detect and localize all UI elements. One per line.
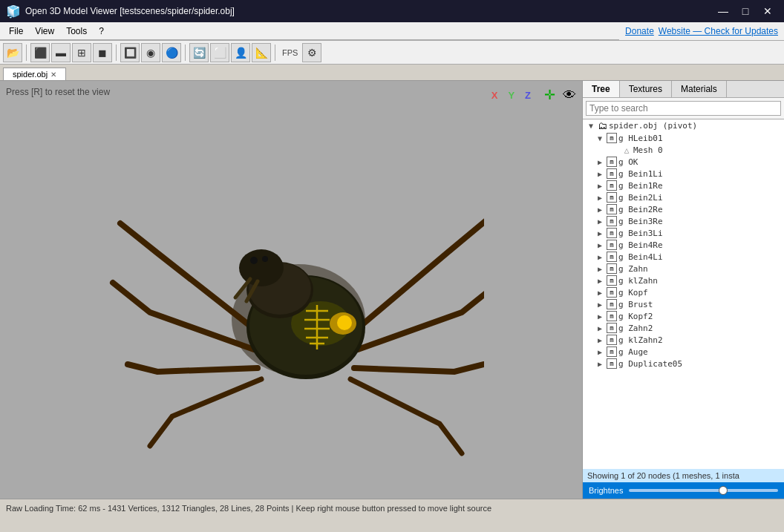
- smooth-button[interactable]: ◉: [141, 43, 160, 62]
- tree-node-dup05[interactable]: ▶ m g Duplicate05: [583, 358, 784, 370]
- tree-toggle[interactable]: ▶: [595, 241, 605, 249]
- tree-toggle[interactable]: ▶: [595, 206, 605, 214]
- tree-toggle[interactable]: ▶: [595, 348, 605, 356]
- eye-icon[interactable]: 👁: [563, 88, 576, 103]
- status-text: Raw Loading Time: 62 ms - 1431 Vertices,…: [6, 504, 491, 513]
- mesh-box-icon: m: [607, 240, 617, 250]
- website-link[interactable]: Website — Check for Updates: [659, 26, 778, 36]
- measure-button[interactable]: 📐: [252, 43, 271, 62]
- tree-search-input[interactable]: [586, 101, 781, 116]
- menu-help[interactable]: ?: [93, 24, 110, 38]
- tab-materials[interactable]: Materials: [672, 81, 727, 97]
- mesh-box-icon: m: [607, 263, 617, 274]
- tree-toggle[interactable]: ▶: [595, 170, 605, 178]
- tree-toggle[interactable]: ▼: [595, 134, 605, 142]
- open-file-button[interactable]: 📂: [3, 43, 22, 62]
- maximize-button[interactable]: □: [735, 3, 756, 19]
- tree-content[interactable]: ▼ 🗂 spider.obj (pivot) ▼ m g HLeib01 ▶ △…: [583, 119, 784, 469]
- tree-search-container: [583, 98, 784, 119]
- tree-toggle[interactable]: ▶: [595, 289, 605, 297]
- tabbar: spider.obj ✕: [0, 65, 784, 81]
- tree-node-zahn[interactable]: ▶ m g Zahn: [583, 263, 784, 275]
- toolbar-sep-3: [185, 45, 186, 61]
- tree-toggle[interactable]: ▶: [595, 336, 605, 344]
- y-axis-label[interactable]: Y: [508, 90, 514, 101]
- menu-tools[interactable]: Tools: [60, 24, 93, 38]
- svg-point-9: [250, 257, 258, 264]
- tree-toggle[interactable]: ▶: [595, 301, 605, 309]
- tree-toggle[interactable]: ▶: [595, 217, 605, 226]
- mesh-box-icon: m: [607, 311, 617, 321]
- tree-node-klzahn[interactable]: ▶ m g klZahn: [583, 275, 784, 286]
- x-axis-label[interactable]: X: [491, 90, 498, 101]
- solid-button[interactable]: ▬: [51, 43, 71, 62]
- tree-node-klzahn2[interactable]: ▶ m g klZahn2: [583, 334, 784, 346]
- tree-node-bein4re[interactable]: ▶ m g Bein4Re: [583, 239, 784, 251]
- tree-toggle[interactable]: ▶: [595, 158, 605, 166]
- main-area: Press [R] to reset the view X Y Z ✛ 👁: [0, 81, 784, 499]
- tree-toggle[interactable]: ▶: [595, 312, 605, 321]
- tree-node-kopf[interactable]: ▶ m g Kopf: [583, 286, 784, 298]
- tree-toggle[interactable]: ▶: [595, 194, 605, 202]
- tree-toggle[interactable]: ▶: [595, 182, 605, 190]
- tree-node-zahn2[interactable]: ▶ m g Zahn2: [583, 322, 784, 334]
- rotate-icon[interactable]: ✛: [544, 87, 555, 103]
- mesh-box-icon: m: [607, 358, 617, 369]
- tree-node-hleib01[interactable]: ▼ m g HLeib01: [583, 132, 784, 144]
- tree-label: g Bein4Re: [618, 240, 663, 250]
- tree-node-root[interactable]: ▼ 🗂 spider.obj (pivot): [583, 119, 784, 132]
- tree-node-bein4li[interactable]: ▶ m g Bein4Li: [583, 251, 784, 263]
- tree-node-mesh0[interactable]: ▶ △ Mesh 0: [583, 144, 784, 156]
- tree-label: g Bein2Li: [618, 193, 663, 203]
- tab-tree[interactable]: Tree: [583, 81, 620, 97]
- tree-toggle[interactable]: ▼: [586, 122, 596, 130]
- tree-node-bein2li[interactable]: ▶ m g Bein2Li: [583, 191, 784, 203]
- mesh-box-icon: m: [607, 323, 617, 333]
- z-axis-label[interactable]: Z: [525, 90, 531, 101]
- panel-status: Showing 1 of 20 nodes (1 meshes, 1 insta: [583, 469, 784, 482]
- tree-node-bein3li[interactable]: ▶ m g Bein3Li: [583, 227, 784, 239]
- reset-button[interactable]: 🔄: [189, 43, 209, 62]
- tree-toggle[interactable]: ▶: [595, 229, 605, 237]
- texture-button[interactable]: ◼: [93, 43, 112, 62]
- tree-toggle[interactable]: ▶: [595, 324, 605, 332]
- tree-node-bein2re[interactable]: ▶ m g Bein2Re: [583, 203, 784, 215]
- tree-node-bein1li[interactable]: ▶ m g Bein1Li: [583, 168, 784, 180]
- file-tab[interactable]: spider.obj ✕: [3, 68, 66, 80]
- tree-toggle[interactable]: ▶: [595, 277, 605, 285]
- center-button[interactable]: 👤: [231, 43, 250, 62]
- brightness-slider[interactable]: [629, 489, 778, 492]
- tree-node-bein3re[interactable]: ▶ m g Bein3Re: [583, 215, 784, 227]
- viewport[interactable]: Press [R] to reset the view X Y Z ✛ 👁: [0, 81, 582, 499]
- mesh-box-icon: m: [607, 157, 617, 167]
- fit-button[interactable]: ⬜: [210, 43, 229, 62]
- tab-close-icon[interactable]: ✕: [50, 70, 56, 79]
- tab-textures[interactable]: Textures: [620, 81, 672, 97]
- brightness-thumb[interactable]: [719, 486, 728, 495]
- menu-file[interactable]: File: [3, 24, 29, 38]
- tree-toggle[interactable]: ▶: [595, 253, 605, 261]
- fps-label: FPS: [279, 48, 301, 57]
- viewport-hint: Press [R] to reset the view: [6, 87, 110, 97]
- grid-button[interactable]: ⊞: [72, 43, 91, 62]
- minimize-button[interactable]: —: [713, 3, 734, 19]
- tree-node-kopf2[interactable]: ▶ m g Kopf2: [583, 310, 784, 322]
- shading-button[interactable]: 🔲: [120, 43, 140, 62]
- settings-button[interactable]: ⚙: [302, 43, 321, 62]
- tree-node-auge[interactable]: ▶ m g Auge: [583, 346, 784, 358]
- titlebar-left: 🧊 Open 3D Model Viewer [testscenes/spide…: [6, 4, 235, 19]
- donate-link[interactable]: Donate: [625, 26, 654, 36]
- tree-node-bein1re[interactable]: ▶ m g Bein1Re: [583, 180, 784, 191]
- tree-label: g HLeib01: [618, 134, 663, 143]
- tree-node-ok[interactable]: ▶ m g OK: [583, 156, 784, 168]
- wireframe-button[interactable]: ⬛: [30, 43, 50, 62]
- tree-node-brust[interactable]: ▶ m g Brust: [583, 298, 784, 310]
- menu-view[interactable]: View: [29, 24, 60, 38]
- tree-toggle[interactable]: ▶: [595, 265, 605, 273]
- close-button[interactable]: ✕: [757, 3, 778, 19]
- statusbar: Raw Loading Time: 62 ms - 1431 Vertices,…: [0, 499, 784, 516]
- svg-point-5: [337, 315, 352, 330]
- light-button[interactable]: 🔵: [162, 43, 181, 62]
- tree-toggle[interactable]: ▶: [595, 360, 605, 368]
- menubar: File View Tools ?: [0, 22, 619, 40]
